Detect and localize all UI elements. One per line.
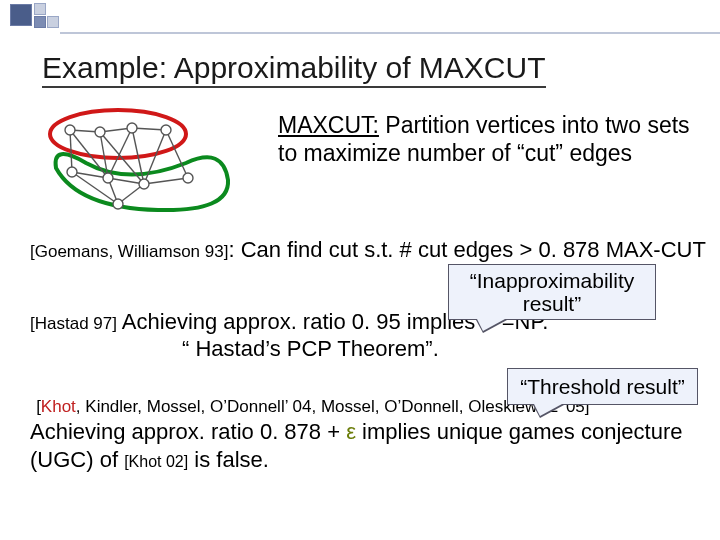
khot02-citation: [Khot 02] <box>124 453 188 470</box>
khot-eps: ε <box>346 419 362 444</box>
gw-result: [Goemans, Williamson 93]: Can find cut s… <box>30 236 710 264</box>
svg-point-24 <box>139 179 149 189</box>
title-rule <box>60 32 720 34</box>
svg-line-9 <box>108 128 132 178</box>
maxcut-definition: MAXCUT: Partition vertices into two sets… <box>278 112 698 167</box>
slide-title: Example: Approximability of MAXCUT <box>42 52 546 88</box>
maxcut-graph-figure <box>48 108 238 216</box>
svg-point-23 <box>103 173 113 183</box>
gw-citation: [Goemans, Williamson 93] <box>30 242 228 261</box>
definition-term: MAXCUT: <box>278 112 379 138</box>
svg-point-21 <box>161 125 171 135</box>
khot-text-tail: is false. <box>194 447 269 472</box>
inapproximability-callout: “Inapproximability result” <box>448 264 656 320</box>
khot-text-pre: Achieving approx. ratio 0. 878 + <box>30 419 340 444</box>
svg-point-18 <box>65 125 75 135</box>
slide: Example: Approximability of MAXCUT MAXCU… <box>0 0 720 540</box>
svg-line-14 <box>144 178 188 184</box>
svg-point-19 <box>95 127 105 137</box>
svg-point-25 <box>183 173 193 183</box>
hastad-citation: [Hastad 97] <box>30 314 117 333</box>
corner-decoration <box>0 0 64 40</box>
hastad-text-2: “ Hastad’s PCP Theorem”. <box>182 336 439 361</box>
svg-point-20 <box>127 123 137 133</box>
threshold-callout: “Threshold result” <box>507 368 698 405</box>
svg-line-4 <box>70 130 72 172</box>
svg-point-22 <box>67 167 77 177</box>
gw-text: : Can find cut s.t. # cut edges > 0. 878… <box>228 237 706 262</box>
svg-point-26 <box>113 199 123 209</box>
